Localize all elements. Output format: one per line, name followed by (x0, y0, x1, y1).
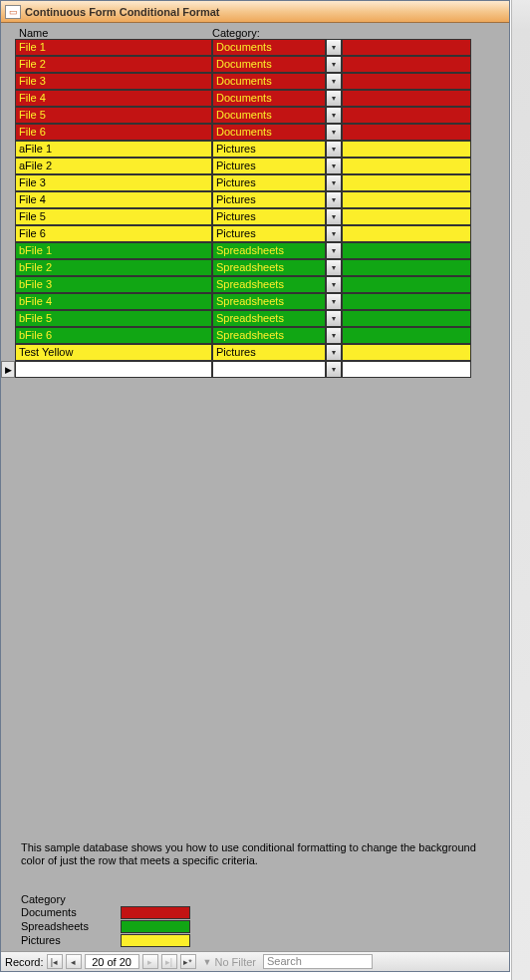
extra-field[interactable] (342, 344, 471, 361)
extra-field[interactable] (342, 327, 471, 344)
category-field[interactable]: Documents (212, 124, 326, 141)
name-field[interactable]: aFile 2 (15, 158, 212, 174)
nav-new-button[interactable]: ▸* (180, 954, 196, 969)
no-filter[interactable]: ▼ No Filter (203, 956, 256, 968)
name-field[interactable]: File 3 (15, 174, 212, 191)
category-field[interactable]: Documents (212, 90, 326, 107)
extra-field[interactable] (342, 259, 471, 276)
category-field[interactable]: Documents (212, 73, 326, 90)
category-field[interactable]: Documents (212, 56, 326, 73)
table-row[interactable]: bFile 2Spreadsheets▾ (15, 259, 509, 276)
name-field[interactable]: File 5 (15, 107, 212, 124)
name-field[interactable]: bFile 6 (15, 327, 212, 344)
category-field[interactable]: Spreadsheets (212, 242, 326, 259)
category-dropdown-button[interactable]: ▾ (326, 276, 342, 293)
table-row[interactable]: bFile 5Spreadsheets▾ (15, 310, 509, 327)
category-dropdown-button[interactable]: ▾ (326, 293, 342, 310)
extra-field[interactable] (342, 225, 471, 242)
extra-field[interactable] (342, 73, 471, 90)
extra-field[interactable] (342, 39, 471, 56)
category-dropdown-button[interactable]: ▾ (326, 242, 342, 259)
name-field[interactable]: File 5 (15, 208, 212, 225)
category-field[interactable]: Spreadsheets (212, 327, 326, 344)
category-dropdown-button[interactable]: ▾ (326, 73, 342, 90)
table-row[interactable]: File 5Documents▾ (15, 107, 509, 124)
table-row[interactable]: bFile 4Spreadsheets▾ (15, 293, 509, 310)
extra-field[interactable] (342, 141, 471, 158)
table-row[interactable]: File 3Documents▾ (15, 73, 509, 90)
extra-field[interactable] (342, 158, 471, 174)
category-field[interactable] (212, 361, 326, 378)
name-field[interactable]: bFile 4 (15, 293, 212, 310)
extra-field[interactable] (342, 242, 471, 259)
name-field[interactable]: File 3 (15, 73, 212, 90)
category-dropdown-button[interactable]: ▾ (326, 39, 342, 56)
nav-first-button[interactable]: |◂ (47, 954, 63, 969)
search-input[interactable]: Search (263, 954, 373, 969)
name-field[interactable] (15, 361, 212, 378)
category-dropdown-button[interactable]: ▾ (326, 158, 342, 174)
table-row[interactable]: Test YellowPictures▾ (15, 344, 509, 361)
table-row[interactable]: ▶▾ (15, 361, 509, 378)
nav-counter[interactable]: 20 of 20 (85, 954, 139, 969)
table-row[interactable]: File 4Pictures▾ (15, 191, 509, 208)
name-field[interactable]: File 1 (15, 39, 212, 56)
name-field[interactable]: Test Yellow (15, 344, 212, 361)
name-field[interactable]: File 4 (15, 90, 212, 107)
category-field[interactable]: Pictures (212, 344, 326, 361)
category-field[interactable]: Documents (212, 107, 326, 124)
category-field[interactable]: Pictures (212, 191, 326, 208)
extra-field[interactable] (342, 124, 471, 141)
category-field[interactable]: Spreadsheets (212, 259, 326, 276)
table-row[interactable]: bFile 3Spreadsheets▾ (15, 276, 509, 293)
nav-next-button[interactable]: ▸ (142, 954, 158, 969)
category-field[interactable]: Spreadsheets (212, 293, 326, 310)
category-dropdown-button[interactable]: ▾ (326, 225, 342, 242)
table-row[interactable]: File 3Pictures▾ (15, 174, 509, 191)
table-row[interactable]: File 1Documents▾ (15, 39, 509, 56)
table-row[interactable]: File 6Documents▾ (15, 124, 509, 141)
category-dropdown-button[interactable]: ▾ (326, 141, 342, 158)
table-row[interactable]: aFile 2Pictures▾ (15, 158, 509, 174)
extra-field[interactable] (342, 293, 471, 310)
table-row[interactable]: File 4Documents▾ (15, 90, 509, 107)
category-dropdown-button[interactable]: ▾ (326, 208, 342, 225)
name-field[interactable]: bFile 1 (15, 242, 212, 259)
nav-prev-button[interactable]: ◂ (66, 954, 82, 969)
name-field[interactable]: File 6 (15, 225, 212, 242)
category-dropdown-button[interactable]: ▾ (326, 191, 342, 208)
category-field[interactable]: Pictures (212, 208, 326, 225)
table-row[interactable]: aFile 1Pictures▾ (15, 141, 509, 158)
name-field[interactable]: bFile 5 (15, 310, 212, 327)
extra-field[interactable] (342, 90, 471, 107)
category-dropdown-button[interactable]: ▾ (326, 344, 342, 361)
category-field[interactable]: Documents (212, 39, 326, 56)
category-field[interactable]: Pictures (212, 225, 326, 242)
category-dropdown-button[interactable]: ▾ (326, 124, 342, 141)
category-dropdown-button[interactable]: ▾ (326, 327, 342, 344)
extra-field[interactable] (342, 107, 471, 124)
category-field[interactable]: Pictures (212, 174, 326, 191)
name-field[interactable]: File 6 (15, 124, 212, 141)
extra-field[interactable] (342, 208, 471, 225)
category-field[interactable]: Pictures (212, 141, 326, 158)
extra-field[interactable] (342, 191, 471, 208)
table-row[interactable]: File 2Documents▾ (15, 56, 509, 73)
category-field[interactable]: Spreadsheets (212, 276, 326, 293)
category-dropdown-button[interactable]: ▾ (326, 259, 342, 276)
category-dropdown-button[interactable]: ▾ (326, 174, 342, 191)
table-row[interactable]: bFile 1Spreadsheets▾ (15, 242, 509, 259)
table-row[interactable]: File 5Pictures▾ (15, 208, 509, 225)
name-field[interactable]: bFile 3 (15, 276, 212, 293)
name-field[interactable]: File 4 (15, 191, 212, 208)
category-field[interactable]: Pictures (212, 158, 326, 174)
category-dropdown-button[interactable]: ▾ (326, 310, 342, 327)
record-selector-icon[interactable]: ▶ (1, 361, 15, 378)
extra-field[interactable] (342, 56, 471, 73)
nav-last-button[interactable]: ▸| (161, 954, 177, 969)
extra-field[interactable] (342, 361, 471, 378)
table-row[interactable]: File 6Pictures▾ (15, 225, 509, 242)
extra-field[interactable] (342, 310, 471, 327)
name-field[interactable]: bFile 2 (15, 259, 212, 276)
extra-field[interactable] (342, 276, 471, 293)
